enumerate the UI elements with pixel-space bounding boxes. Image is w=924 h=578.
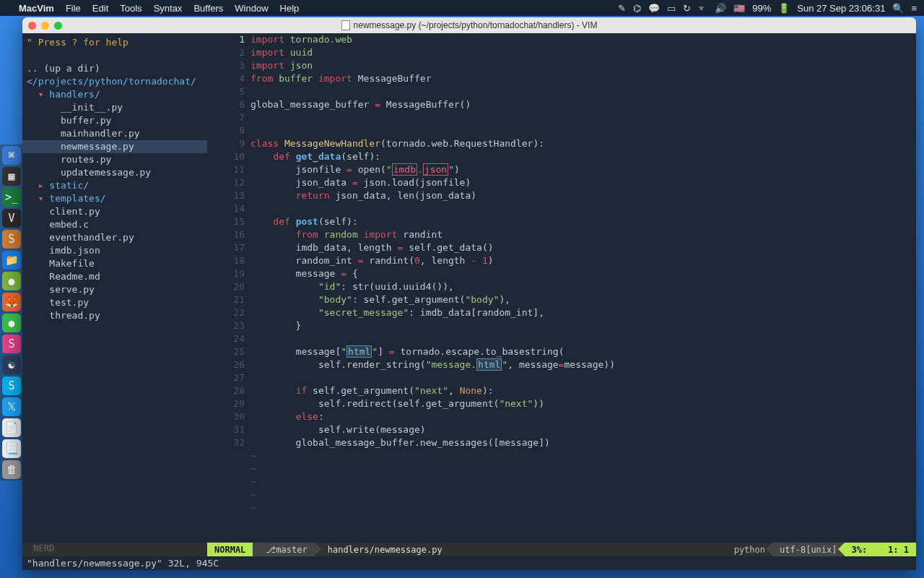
code-line[interactable] [250, 371, 916, 384]
code-line[interactable]: "id": str(uuid.uuid4()), [250, 280, 916, 293]
code-line[interactable]: } [250, 319, 916, 332]
code-area[interactable]: import tornado.webimport uuidimport json… [250, 33, 916, 543]
nerdtree-file[interactable]: updatemessage.py [22, 166, 207, 179]
code-line[interactable]: imdb_data, length = self.get_data() [250, 241, 916, 254]
code-line[interactable] [250, 85, 916, 98]
code-line[interactable]: import tornado.web [250, 33, 916, 46]
dock-item[interactable]: 🦊 [2, 293, 21, 311]
chat-icon[interactable]: 💬 [648, 3, 660, 14]
menubar-item[interactable]: Help [280, 3, 300, 14]
dock-item[interactable]: V [2, 209, 21, 228]
nerdtree-file[interactable]: routes.py [22, 153, 207, 166]
code-line[interactable]: self.redirect(self.get_argument("next")) [250, 397, 916, 410]
code-line[interactable]: if self.get_argument("next", None): [250, 384, 916, 397]
notification-icon[interactable]: ≡ [911, 3, 917, 14]
nerdtree-dir[interactable]: ▾ templates/ [22, 192, 207, 205]
vim-editor[interactable]: " Press ? for help .. (up a dir)</projec… [22, 33, 916, 543]
code-line[interactable]: self.render_string("message.html", messa… [250, 358, 916, 371]
zoom-button[interactable] [54, 22, 62, 30]
code-line[interactable]: jsonfile = open("imdb.json") [250, 163, 916, 176]
menubar-item[interactable]: File [66, 3, 81, 14]
code-line[interactable]: random_int = randint(0, length - 1) [250, 254, 916, 267]
nerdtree-file[interactable]: embed.c [22, 218, 207, 231]
nerdtree-dir[interactable]: ▾ handlers/ [22, 88, 207, 101]
dock[interactable]: ⌘▦>_VS📁●🦊●S☯S𝕏📄📃🗑 [0, 144, 23, 480]
dock-item[interactable]: S [2, 335, 21, 353]
code-line[interactable] [250, 124, 916, 137]
dock-item[interactable]: 📁 [2, 251, 21, 269]
dock-item[interactable]: ⌘ [2, 146, 21, 165]
nerdtree-dir[interactable]: ▸ static/ [22, 179, 207, 192]
dock-item[interactable]: ☯ [2, 355, 21, 374]
nerdtree-file[interactable]: newmessage.py [22, 140, 207, 153]
menubar-item[interactable]: Buffers [193, 3, 223, 14]
code-line[interactable]: from random import randint [250, 228, 916, 241]
dock-item[interactable]: 📄 [2, 418, 21, 437]
battery-icon[interactable]: 🔋 [778, 3, 790, 14]
dock-item[interactable]: ● [2, 314, 21, 332]
timemachine-icon[interactable]: ↻ [683, 3, 691, 14]
menubar-app[interactable]: MacVim [19, 3, 54, 14]
nerdtree-file[interactable]: thread.py [22, 309, 207, 322]
vim-cmdline[interactable]: "handlers/newmessage.py" 32L, 945C [22, 556, 916, 570]
code-line[interactable]: json_data = json.load(jsonfile) [250, 176, 916, 189]
dock-item[interactable]: 📃 [2, 439, 21, 458]
code-line[interactable] [250, 111, 916, 124]
nerdtree-file[interactable]: __init__.py [22, 101, 207, 114]
dock-item[interactable]: ● [2, 272, 21, 290]
code-line[interactable]: else: [250, 410, 916, 423]
macos-menubar[interactable]: MacVim File Edit Tools Syntax Buffers Wi… [0, 0, 924, 16]
nerdtree-file[interactable]: eventhandler.py [22, 231, 207, 244]
spotlight-icon[interactable]: 🔍 [892, 3, 904, 14]
code-line[interactable]: def get_data(self): [250, 150, 916, 163]
code-line[interactable]: "body": self.get_argument("body"), [250, 293, 916, 306]
flag-icon[interactable]: 🇺🇸 [733, 3, 745, 14]
code-line[interactable]: message["html"] = tornado.escape.to_base… [250, 345, 916, 358]
menubar-item[interactable]: Edit [92, 3, 108, 14]
code-line[interactable]: from buffer import MessageBuffer [250, 72, 916, 85]
code-line[interactable]: import json [250, 59, 916, 72]
wifi-icon[interactable]: ᯤ [698, 3, 707, 14]
nerdtree-file[interactable]: imdb.json [22, 244, 207, 257]
code-line[interactable]: def post(self): [250, 215, 916, 228]
code-line[interactable]: global_message_buffer.new_messages([mess… [250, 436, 916, 449]
bluetooth-icon[interactable]: ⌬ [633, 3, 641, 14]
dock-item[interactable]: S [2, 376, 21, 395]
menubar-item[interactable]: Tools [120, 3, 141, 14]
nerdtree-file[interactable]: serve.py [22, 283, 207, 296]
nerdtree-file[interactable]: test.py [22, 296, 207, 309]
code-line[interactable]: "secret_message": imdb_data[random_int], [250, 306, 916, 319]
window-titlebar[interactable]: newmessage.py (~/projects/python/tornado… [22, 17, 916, 33]
evernote-icon[interactable]: ✎ [618, 3, 626, 14]
volume-icon[interactable]: 🔊 [715, 3, 726, 14]
nerdtree-updir[interactable]: .. (up a dir) [22, 62, 207, 75]
menubar-item[interactable]: Window [235, 3, 268, 14]
dock-item[interactable]: >_ [2, 188, 21, 207]
menubar-item[interactable]: Syntax [154, 3, 183, 14]
position-segment: 3% : 1: 1 [845, 543, 916, 556]
empty-line: ~ [250, 501, 916, 514]
nerdtree-pane[interactable]: " Press ? for help .. (up a dir)</projec… [22, 33, 207, 543]
code-line[interactable]: message = { [250, 267, 916, 280]
close-button[interactable] [28, 22, 36, 30]
display-icon[interactable]: ▭ [667, 3, 676, 14]
nerdtree-file[interactable]: Readme.md [22, 270, 207, 283]
nerdtree-file[interactable]: Makefile [22, 257, 207, 270]
code-line[interactable]: class MessageNewHandler(tornado.web.Requ… [250, 137, 916, 150]
code-line[interactable]: return json_data, len(json_data) [250, 189, 916, 202]
dock-item[interactable]: ▦ [2, 167, 21, 186]
dock-item[interactable]: S [2, 230, 21, 249]
menubar-clock[interactable]: Sun 27 Sep 23:06:31 [797, 3, 885, 14]
dock-item[interactable]: 𝕏 [2, 397, 21, 416]
code-line[interactable]: global_message_buffer = MessageBuffer() [250, 98, 916, 111]
dock-item[interactable]: 🗑 [2, 460, 21, 479]
nerdtree-root[interactable]: </projects/python/tornadochat/ [22, 75, 207, 88]
minimize-button[interactable] [41, 22, 49, 30]
nerdtree-file[interactable]: buffer.py [22, 114, 207, 127]
code-line[interactable]: import uuid [250, 46, 916, 59]
nerdtree-file[interactable]: mainhandler.py [22, 127, 207, 140]
code-line[interactable] [250, 332, 916, 345]
code-line[interactable]: self.write(message) [250, 423, 916, 436]
nerdtree-file[interactable]: client.py [22, 205, 207, 218]
code-line[interactable] [250, 202, 916, 215]
